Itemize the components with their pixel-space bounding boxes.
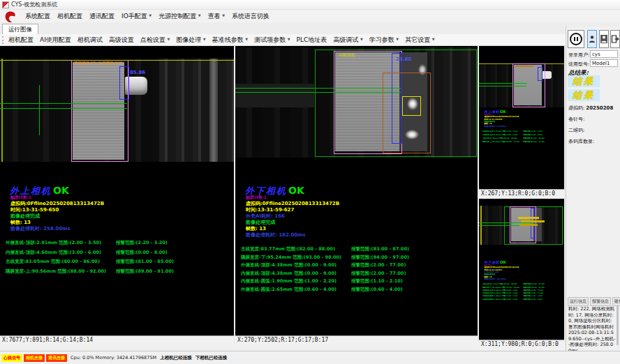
login-user-field[interactable]: cys	[590, 50, 618, 58]
measurement-value: 主线宽度:83.77mm 范围:(82.00 - 88.00)	[241, 246, 335, 252]
log-tab-1[interactable]: 报警信息	[590, 297, 611, 306]
toolbar-drag-handle[interactable]	[2, 36, 6, 44]
menu-item-6[interactable]: 系统语言切换	[232, 12, 270, 21]
annotation-streak	[521, 220, 545, 222]
measurement-value: 隔膜宽度-上:90.56mm 范围:(88.00 - 92.00)	[482, 141, 519, 143]
app-icon	[2, 1, 9, 8]
menu-item-3[interactable]: IO手配置 ▼	[121, 12, 152, 21]
lower-camera-status: 下相机已经连接	[195, 355, 228, 361]
camera-result-title: 外下相机OK	[484, 260, 505, 265]
measurement-value: 外侧直线-顶部:2.91mm 范围:(2.00 - 3.50)	[6, 240, 101, 246]
toolbar-item-2[interactable]: 相机调试	[78, 36, 103, 45]
thumbnail-image	[479, 206, 564, 245]
status-bar: 心跳信号相机连接通讯连接 Cpu: 0.0% Memory: 3424.4179…	[0, 351, 620, 364]
measurement-alarm-range: 报警范围:(1.10 - 2.10)	[351, 278, 403, 285]
info-field-label: 条码库数量:	[568, 139, 594, 144]
user-settings-button[interactable]	[599, 30, 609, 48]
titlebar: CYS-视觉检测系统	[0, 0, 620, 10]
menu-item-2[interactable]: 通讯配置	[89, 12, 115, 21]
barcode-text: 虚拟码:0Ffline2025020813313472B	[10, 200, 104, 207]
bright-column	[209, 59, 218, 162]
roi-rect-yellow	[402, 96, 421, 116]
toolbar-item-1[interactable]: AI使用配置	[40, 36, 71, 45]
measurement-row: 外侧直线-圆弧:2.65mm 范围:(0.60 - 4.00)报警范围:(0.6…	[241, 287, 468, 295]
time-text: 时间:13-31-59-650	[10, 206, 59, 213]
pixel-coordinate-readout: X:311;Y:980;R:0;G:0;B:0	[479, 340, 564, 349]
time-text: 时间:13-31-59-627	[246, 206, 294, 213]
camera-image-lower: AI检测框 23.80	[235, 47, 478, 158]
roi-blue-value: 85.86	[130, 70, 145, 75]
info-field-2: 二维码:	[568, 127, 619, 138]
model-field[interactable]: Model1	[590, 59, 618, 67]
pixel-coordinate-readout: X:270;Y:2502;R:17;G:17;B:17	[235, 335, 478, 345]
measurement-row: 外侧直线-顶部:2.91mm 范围:(2.00 - 3.50)报警范围:(2.2…	[482, 130, 564, 134]
measurement-alarm-range: 报警范围:(94.00 - 97.00)	[351, 255, 409, 261]
measurement-value: 内侧直线-圆弧:1.90mm 范围:(1.00 - 2.20)	[241, 278, 337, 285]
log-scrollbar[interactable]	[617, 306, 619, 345]
log-text: 耗时: 222, 网络检测耗时: 17, 网络分发耗时: 0, 网络提取分区耗时…	[568, 306, 616, 354]
info-field-1: 卷针号:	[568, 116, 619, 127]
login-user-label: 登录用户:	[568, 52, 589, 59]
toolbar-item-4[interactable]: 点检设置 ▼	[140, 36, 170, 45]
annotation-streak	[519, 224, 538, 226]
camera-name: 外上相机	[484, 110, 499, 114]
menu-item-5[interactable]: 查看 ▼	[208, 12, 225, 21]
menu-item-0[interactable]: 系统配置	[25, 12, 50, 21]
log-tab-2[interactable]: 硬件信息	[612, 297, 620, 306]
measurement-alarm-range: 报警范围:(0.00 - 8.00)	[116, 250, 168, 256]
thumbnail-view-upper[interactable]: 外上相机OK 触发计数:1 虚拟码:0Ffline202502081331347…	[479, 46, 564, 189]
camera-view-upper[interactable]: 85.86 静态阈值:93, 动态阈值:100 外上相机OK 触发计数:1 虚拟…	[0, 46, 234, 335]
info-field-value: 20250208	[586, 105, 613, 111]
elapsed-text: 图像处理耗时: 182.00ms	[246, 232, 306, 238]
toolbar-item-7[interactable]: 测试项参数 ▼	[254, 36, 290, 45]
measurement-alarm-range: 报警范围:(81.00 - 85.00)	[116, 259, 174, 265]
measure-line-green	[235, 92, 401, 93]
toolbar-item-9[interactable]: 高级调试 ▼	[333, 36, 362, 45]
menu-item-4[interactable]: 光源控制配置 ▼	[158, 12, 200, 21]
exit-door-icon	[611, 35, 619, 43]
toolbar-item-6[interactable]: 基准线参数 ▼	[212, 36, 248, 45]
measure-line-green	[0, 108, 127, 109]
toolbar: 相机配置AI使用配置相机调试高级设置点检设置 ▼图像处理 ▼基准线参数 ▼测试项…	[0, 34, 566, 46]
measurement-value: 外侧直线-圆弧:2.65mm 范围:(0.60 - 4.00)	[241, 287, 337, 293]
measurement-value: 主线宽度:83.77mm 范围:(82.00 - 88.00)	[482, 283, 517, 285]
camera-view-lower[interactable]: AI检测框 23.80 外下相机OK 触发计数:1 虚拟码:0Ffline202…	[235, 46, 478, 335]
user-login-button[interactable]	[587, 30, 597, 48]
upper-camera-status: 上相机已经连接	[160, 355, 192, 361]
measurement-value: 隔膜宽度-上:90.56mm 范围:(88.00 - 92.00)	[6, 268, 106, 275]
toolbar-item-10[interactable]: 学习参数 ▼	[369, 36, 399, 45]
measurement-row: 主线宽度:83.77mm 范围:(82.00 - 88.00)报警范围:(83.…	[482, 283, 564, 286]
camera-status: OK	[500, 110, 505, 114]
barcode-text: 虚拟码:0Ffline2025020813313472B	[246, 200, 339, 207]
result-overlay-lower: 外下相机OK 触发计数:1 虚拟码:0Ffline202502081331347…	[480, 261, 564, 317]
toolbar-item-0[interactable]: 相机配置	[8, 36, 34, 45]
measure-line-green	[235, 88, 401, 89]
elapsed-text: 图像处理耗时: 182.00ms	[485, 278, 507, 280]
roi-rect-blue	[538, 67, 542, 81]
toolbar-item-3[interactable]: 高级设置	[109, 36, 134, 45]
tab-run-image[interactable]: 运行图像	[2, 24, 38, 34]
thumbnail-overlay: 外下相机OK 触发计数:1 虚拟码:0Ffline202502081331347…	[480, 261, 564, 338]
toolbar-item-11[interactable]: 其它设置 ▼	[405, 36, 434, 45]
log-tab-0[interactable]: 运行信息	[568, 297, 589, 306]
toolbar-item-5[interactable]: 图像处理 ▼	[176, 36, 205, 45]
menu-item-1[interactable]: 相机配置	[57, 12, 82, 21]
trigger-count-text: 触发计数:1	[485, 264, 492, 266]
status-badge-0: 心跳信号	[1, 354, 22, 362]
toolbar-item-8[interactable]: PLC地址表	[297, 36, 327, 45]
measurement-list: 主线宽度:83.77mm 范围:(82.00 - 88.00)报警范围:(83.…	[482, 283, 564, 301]
camera-status: OK	[288, 185, 304, 196]
dropdown-arrow-icon: ▼	[359, 37, 362, 41]
exit-button[interactable]	[610, 30, 620, 48]
camera-result-title: 外上相机OK	[484, 109, 505, 114]
measure-line-green	[0, 103, 127, 104]
camera-result-title: 外下相机OK	[245, 183, 304, 197]
frame-count-text: 帧数: 13	[485, 123, 492, 126]
process-done-text: 图像处理完成	[485, 120, 496, 123]
model-label: 使用型号:	[568, 61, 589, 68]
measurement-alarm-range: 报警范围:(83.00 - 87.00)	[351, 246, 409, 252]
pause-button[interactable]	[568, 30, 584, 48]
barcode-text: 虚拟码:0Ffline2025020813313472B	[485, 116, 519, 119]
thumbnail-view-lower[interactable]: 外下相机OK 触发计数:1 虚拟码:0Ffline202502081331347…	[479, 201, 564, 340]
pixel-coordinate-readout: X:267;Y:13;R:0;G:0;B:0	[479, 189, 564, 199]
